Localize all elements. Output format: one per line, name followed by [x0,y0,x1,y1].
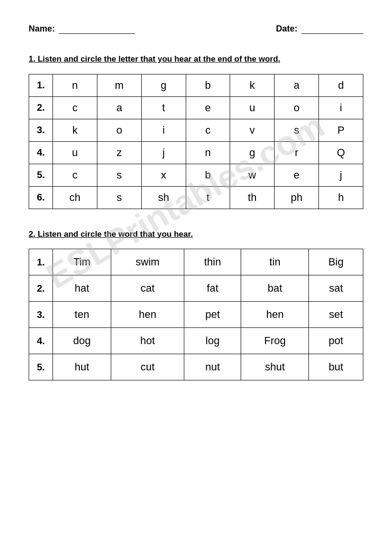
table-cell: a [275,74,319,96]
table-cell: hen [241,302,309,328]
table-cell: hat [53,275,111,302]
table-cell: d [319,74,363,96]
row-number: 1. [29,249,53,275]
table-cell: Frog [241,328,309,354]
table-cell: Tim [53,249,111,275]
table-cell: t [141,96,186,119]
table-row: 4.uzjngrQ [29,141,363,164]
table-cell: but [309,354,363,380]
table-row: 3.koicvsP [29,119,363,141]
table-cell: r [275,141,319,164]
table-row: 6.chsshtthphh [29,186,363,209]
date-input-line [301,24,363,34]
section-2-table: 1.TimswimthintinBig2.hatcatfatbatsat3.te… [29,249,363,380]
row-number: 1. [29,74,53,96]
table-cell: s [275,119,319,141]
table-cell: sat [309,275,363,302]
row-number: 4. [29,328,53,354]
row-number: 6. [29,186,53,209]
date-field-group: Date: [276,24,363,34]
table-cell: o [275,96,319,119]
table-cell: nut [184,354,241,380]
row-number: 3. [29,302,53,328]
name-input-line [59,24,135,34]
table-cell: pet [184,302,241,328]
table-cell: Big [309,249,363,275]
table-row: 2.cateuoi [29,96,363,119]
section-2-title: 2. Listen and circle the word that you h… [29,228,363,241]
section-1: 1. Listen and circle the letter that you… [29,53,363,209]
table-cell: c [53,164,97,186]
table-cell: s [97,164,141,186]
table-cell: x [141,164,186,186]
table-cell: k [53,119,97,141]
table-cell: dog [53,328,111,354]
table-cell: bat [241,275,309,302]
table-cell: u [53,141,97,164]
table-cell: b [186,164,230,186]
table-cell: o [97,119,141,141]
row-number: 3. [29,119,53,141]
table-cell: u [230,96,275,119]
table-cell: j [141,141,186,164]
table-cell: i [141,119,186,141]
table-cell: z [97,141,141,164]
table-cell: hot [111,328,184,354]
date-label: Date: [276,24,297,34]
section-2: 2. Listen and circle the word that you h… [29,228,363,381]
row-number: 2. [29,96,53,119]
table-cell: Q [319,141,363,164]
table-cell: ch [53,186,97,209]
table-cell: b [186,74,230,96]
table-cell: pot [309,328,363,354]
table-cell: k [230,74,275,96]
table-cell: c [186,119,230,141]
table-row: 5.hutcutnutshutbut [29,354,363,380]
table-cell: tin [241,249,309,275]
table-cell: set [309,302,363,328]
header: Name: Date: [29,24,363,34]
table-cell: P [319,119,363,141]
table-cell: log [184,328,241,354]
table-row: 4.doghotlogFrogpot [29,328,363,354]
row-number: 2. [29,275,53,302]
table-row: 3.tenhenpethenset [29,302,363,328]
table-cell: n [53,74,97,96]
table-cell: hut [53,354,111,380]
table-cell: sh [141,186,186,209]
table-cell: a [97,96,141,119]
section-1-title: 1. Listen and circle the letter that you… [29,53,363,65]
table-cell: th [230,186,275,209]
table-cell: fat [184,275,241,302]
table-cell: g [141,74,186,96]
table-cell: j [319,164,363,186]
row-number: 5. [29,164,53,186]
table-cell: shut [241,354,309,380]
table-row: 1.nmgbkad [29,74,363,96]
table-row: 5.csxbwej [29,164,363,186]
table-cell: thin [184,249,241,275]
table-cell: ph [275,186,319,209]
table-cell: n [186,141,230,164]
table-cell: t [186,186,230,209]
row-number: 4. [29,141,53,164]
table-cell: cat [111,275,184,302]
table-cell: g [230,141,275,164]
table-cell: c [53,96,97,119]
table-cell: w [230,164,275,186]
table-cell: m [97,74,141,96]
table-cell: hen [111,302,184,328]
table-cell: cut [111,354,184,380]
table-cell: v [230,119,275,141]
table-cell: s [97,186,141,209]
table-row: 1.TimswimthintinBig [29,249,363,275]
table-cell: h [319,186,363,209]
section-1-table: 1.nmgbkad2.cateuoi3.koicvsP4.uzjngrQ5.cs… [29,74,363,209]
table-row: 2.hatcatfatbatsat [29,275,363,302]
row-number: 5. [29,354,53,380]
table-cell: i [319,96,363,119]
table-cell: e [275,164,319,186]
table-cell: e [186,96,230,119]
name-label: Name: [29,24,55,34]
table-cell: swim [111,249,184,275]
